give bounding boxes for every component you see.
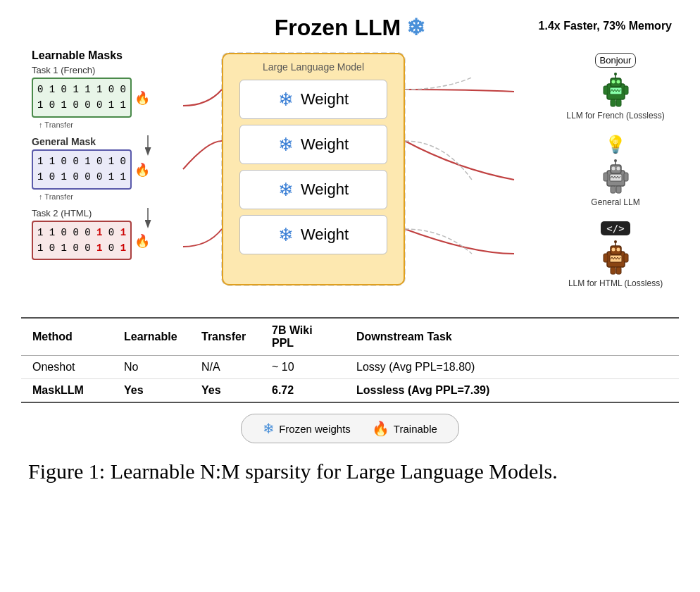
svg-point-35 (614, 240, 617, 243)
oneshot-method: Oneshot (21, 356, 113, 379)
general-mask-label: General Mask (32, 136, 194, 147)
main-container: Frozen LLM ❄ 1.4x Faster, 73% Memory Lar… (0, 0, 700, 500)
task2-matrix: 1 1 0 0 0 1 0 1 1 0 1 0 0 1 0 1 (32, 221, 132, 261)
code-badge: </> (601, 221, 630, 235)
diagram-section: Frozen LLM ❄ 1.4x Faster, 73% Memory Lar… (21, 14, 679, 310)
figure-caption: Figure 1: Learnable N:M sparsity for Lar… (21, 457, 679, 486)
legend-section: ❄ Frozen weights 🔥 Trainable (21, 414, 679, 443)
snowflake-weight-icon-4: ❄ (278, 224, 294, 246)
general-robot-item: 💡 General LLM (552, 135, 679, 207)
header-ppl: 7B Wiki PPL (261, 319, 345, 356)
french-robot-item: Bonjour (552, 53, 679, 121)
weight-block-4: ❄ Weight (239, 215, 387, 254)
svg-point-13 (614, 73, 617, 75)
snowflake-decoration-icon: ❄ (406, 14, 425, 41)
masks-section: Learnable Masks Task 1 (French) 0 1 0 1 … (32, 49, 194, 261)
oneshot-transfer: N/A (190, 356, 261, 379)
html-robot-item: </> LLM for HTML (Lossless) (552, 221, 679, 288)
general-row2: 1 0 1 0 0 0 1 1 (37, 169, 126, 185)
frozen-snowflake-icon: ❄ (263, 420, 275, 437)
html-robot-icon (596, 238, 635, 276)
snowflake-weight-icon-1: ❄ (278, 89, 294, 111)
weight-block-1: ❄ Weight (239, 80, 387, 119)
table-header-row: Method Learnable Transfer 7B Wiki PPL Do… (21, 319, 679, 356)
weight-label-4: Weight (301, 226, 349, 244)
task2-row2: 1 0 1 0 0 1 0 1 (37, 240, 126, 256)
svg-point-18 (616, 167, 620, 171)
general-mask-matrix: 1 1 0 0 1 0 1 0 1 0 1 0 0 0 1 1 (32, 149, 132, 190)
header-downstream: Downstream Task (345, 319, 679, 356)
html-robot-label: LLM for HTML (Lossless) (568, 278, 663, 288)
general-robot-label: General LLM (591, 197, 639, 207)
transfer2-label: ↑ Transfer (39, 192, 194, 201)
svg-rect-30 (604, 254, 608, 262)
svg-rect-32 (611, 267, 615, 274)
header-learnable: Learnable (113, 319, 190, 356)
fire-icon-general: 🔥 (135, 162, 150, 178)
frozen-llm-title: Frozen LLM ❄ (275, 14, 426, 41)
lightbulb-icon: 💡 (605, 135, 626, 154)
table-row-maskllm: MaskLLM Yes Yes 6.72 Lossless (Avg PPL=7… (21, 379, 679, 402)
llm-box: Large Language Model ❄ Weight ❄ Weight ❄… (222, 53, 405, 285)
fire-icon-task1: 🔥 (135, 90, 150, 106)
svg-rect-22 (616, 186, 621, 193)
general-robot-icon (596, 156, 635, 195)
french-bubble-text: Bonjour (600, 55, 632, 66)
svg-rect-21 (611, 186, 615, 193)
masks-title: Learnable Masks (32, 49, 194, 62)
french-robot-label: LLM for French (Lossless) (566, 111, 664, 121)
task1-row2: 1 0 1 0 0 0 1 1 (37, 97, 126, 113)
svg-rect-33 (616, 267, 621, 274)
task1-matrix: 0 1 0 1 1 1 0 0 1 0 1 0 0 0 1 1 (32, 78, 132, 118)
svg-rect-9 (624, 86, 628, 94)
french-robot-icon (596, 70, 635, 109)
weight-label-2: Weight (301, 135, 349, 154)
maskllm-method: MaskLLM (21, 379, 113, 402)
legend-box: ❄ Frozen weights 🔥 Trainable (241, 414, 459, 443)
svg-point-28 (611, 248, 615, 252)
weight-label-3: Weight (301, 180, 349, 199)
trainable-legend-label: Trainable (394, 423, 437, 435)
general-row1: 1 1 0 0 1 0 1 0 (37, 154, 126, 169)
fire-icon-task2: 🔥 (135, 233, 150, 249)
data-table: Method Learnable Transfer 7B Wiki PPL Do… (21, 319, 679, 402)
svg-point-24 (614, 159, 617, 162)
svg-rect-11 (616, 99, 621, 106)
frozen-legend-label: Frozen weights (279, 423, 351, 435)
svg-rect-20 (624, 173, 628, 181)
header-method: Method (21, 319, 113, 356)
french-speech-bubble: Bonjour (595, 53, 637, 68)
table-row-oneshot: Oneshot No N/A ~ 10 Lossy (Avg PPL=18.80… (21, 356, 679, 379)
transfer1-label: ↑ Transfer (39, 121, 194, 129)
svg-rect-19 (604, 173, 608, 181)
task1-label: Task 1 (French) (32, 65, 194, 75)
maskllm-downstream: Lossless (Avg PPL=7.39) (345, 379, 679, 402)
frozen-llm-title-text: Frozen LLM (275, 15, 401, 41)
weight-block-3: ❄ Weight (239, 170, 387, 209)
task2-label: Task 2 (HTML) (32, 208, 194, 218)
fire-legend-icon: 🔥 (372, 420, 389, 437)
svg-rect-10 (611, 99, 615, 106)
oneshot-learnable: No (113, 356, 190, 379)
svg-point-17 (611, 167, 615, 171)
task1-row1: 0 1 0 1 1 1 0 0 (37, 82, 126, 97)
snowflake-weight-icon-2: ❄ (278, 134, 294, 156)
snowflake-weight-icon-3: ❄ (278, 179, 294, 201)
header-transfer: Transfer (190, 319, 261, 356)
oneshot-ppl: ~ 10 (261, 356, 345, 379)
svg-point-29 (616, 248, 620, 252)
svg-rect-31 (624, 254, 628, 262)
svg-point-7 (616, 80, 620, 84)
svg-point-6 (611, 80, 615, 84)
llm-box-title: Large Language Model (263, 61, 364, 73)
maskllm-transfer: Yes (190, 379, 261, 402)
trainable-legend-item: 🔥 Trainable (372, 420, 437, 437)
task2-row1: 1 1 0 0 0 1 0 1 (37, 225, 126, 240)
weight-label-1: Weight (301, 90, 349, 109)
svg-rect-8 (604, 86, 608, 94)
weight-block-2: ❄ Weight (239, 125, 387, 164)
table-section: Method Learnable Transfer 7B Wiki PPL Do… (21, 317, 679, 403)
oneshot-downstream: Lossy (Avg PPL=18.80) (345, 356, 679, 379)
robots-section: Bonjour (552, 53, 679, 299)
speed-label: 1.4x Faster, 73% Memory (539, 20, 672, 32)
